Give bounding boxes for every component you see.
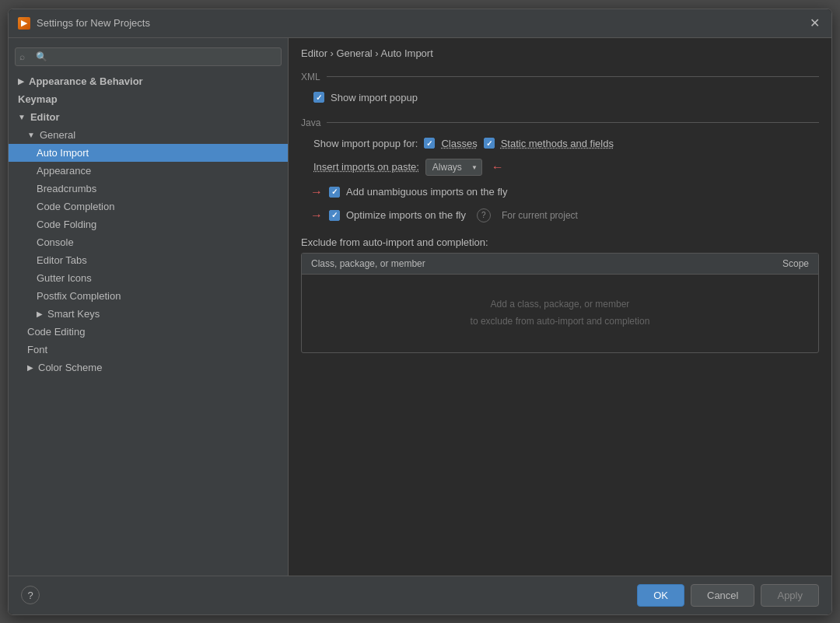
static-checkbox[interactable]: ✓ (484, 138, 495, 149)
exclude-table-body: Add a class, package, or member to exclu… (302, 275, 818, 352)
classes-label: Classes (441, 138, 477, 149)
sidebar-item-gutter-icons[interactable]: Gutter Icons (9, 269, 288, 287)
add-unambiguous-checkbox[interactable]: ✓ (329, 187, 340, 198)
main-content: Editor › General › Auto Import XML ✓ Sho… (289, 38, 831, 576)
sidebar-item-auto-import[interactable]: Auto Import (9, 144, 288, 162)
sidebar-item-editor-tabs[interactable]: Editor Tabs (9, 251, 288, 269)
ok-button[interactable]: OK (637, 584, 684, 607)
hint-icon: ? (477, 208, 491, 222)
help-button[interactable]: ? (21, 586, 40, 604)
classes-checkbox[interactable]: ✓ (424, 138, 435, 149)
sidebar-item-editor[interactable]: ▼ Editor (9, 108, 288, 126)
sidebar-item-code-completion[interactable]: Code Completion (9, 198, 288, 215)
insert-imports-dropdown[interactable]: Always Ask Never (425, 159, 482, 176)
xml-show-import-popup-label: Show import popup (331, 92, 418, 103)
footer-left: ? (21, 586, 40, 604)
app-icon: ▶ (18, 17, 30, 30)
sidebar-item-color-scheme[interactable]: ▶ Color Scheme (9, 359, 288, 376)
optimize-imports-row: → ✓ Optimize imports on the fly ? For cu… (307, 204, 819, 227)
sidebar-item-general[interactable]: ▼ General (9, 126, 288, 144)
content-area: XML ✓ Show import popup Java Show import… (289, 65, 831, 576)
add-unambiguous-row: → ✓ Add unambiguous imports on the fly (307, 180, 819, 204)
static-label: Static methods and fields (501, 138, 614, 149)
sidebar-item-appearance-behavior[interactable]: ▶ Appearance & Behavior (9, 72, 288, 90)
dialog-footer: ? OK Cancel Apply (9, 576, 831, 614)
title-bar-left: ▶ Settings for New Projects (18, 17, 150, 30)
col-scope-header: Scope (747, 258, 809, 269)
sidebar-item-postfix-completion[interactable]: Postfix Completion (9, 287, 288, 305)
exclude-label: Exclude from auto-import and completion: (301, 236, 819, 248)
settings-dialog: ▶ Settings for New Projects ✕ ⌕ ▶ Appear… (8, 9, 832, 615)
sidebar-item-code-folding[interactable]: Code Folding (9, 215, 288, 233)
optimize-imports-label: Optimize imports on the fly (346, 209, 466, 221)
apply-button[interactable]: Apply (761, 584, 819, 607)
dialog-body: ⌕ ▶ Appearance & Behavior Keymap ▼ Edito… (9, 38, 831, 576)
sidebar-item-smart-keys[interactable]: ▶ Smart Keys (9, 305, 288, 323)
expand-icon: ▶ (37, 310, 43, 318)
xml-show-import-popup-checkbox[interactable]: ✓ (313, 92, 324, 103)
footer-right: OK Cancel Apply (637, 584, 819, 607)
exclude-empty-line1: Add a class, package, or member (491, 296, 630, 313)
xml-section-title: XML (301, 72, 819, 82)
expand-icon: ▶ (18, 77, 24, 86)
java-show-import-popup-label: Show import popup for: (313, 138, 418, 149)
close-button[interactable]: ✕ (807, 16, 822, 31)
sidebar: ⌕ ▶ Appearance & Behavior Keymap ▼ Edito… (9, 38, 289, 576)
sidebar-item-breadcrumbs[interactable]: Breadcrumbs (9, 180, 288, 198)
search-box: ⌕ (15, 47, 282, 66)
java-show-import-popup-row: Show import popup for: ✓ Classes ✓ Stati… (301, 133, 819, 154)
expand-icon: ▶ (27, 363, 33, 372)
java-section-title: Java (301, 117, 819, 128)
exclude-section: Exclude from auto-import and completion:… (301, 236, 819, 353)
exclude-table: Class, package, or member Scope Add a cl… (301, 253, 819, 353)
insert-imports-label: Insert imports on paste: (313, 161, 419, 173)
optimize-hint: For current project (502, 210, 578, 221)
insert-imports-row: Insert imports on paste: Always Ask Neve… (301, 154, 819, 180)
dialog-title: Settings for New Projects (37, 17, 150, 29)
search-icon: ⌕ (19, 51, 25, 62)
exclude-empty-line2: to exclude from auto-import and completi… (471, 313, 650, 331)
col-class-header: Class, package, or member (311, 258, 747, 269)
sidebar-item-keymap[interactable]: Keymap (9, 90, 288, 108)
cancel-button[interactable]: Cancel (691, 584, 754, 607)
insert-imports-dropdown-wrap: Always Ask Never (425, 159, 482, 176)
add-unambiguous-label: Add unambiguous imports on the fly (346, 186, 507, 198)
sidebar-item-appearance[interactable]: Appearance (9, 162, 288, 180)
xml-show-import-popup-row: ✓ Show import popup (301, 87, 819, 108)
arrow-unambiguous-indicator: → (310, 185, 323, 199)
breadcrumb: Editor › General › Auto Import (289, 38, 831, 65)
title-bar: ▶ Settings for New Projects ✕ (9, 9, 831, 38)
sidebar-item-code-editing[interactable]: Code Editing (9, 323, 288, 341)
arrow-paste-indicator: ← (492, 160, 504, 174)
sidebar-item-console[interactable]: Console (9, 233, 288, 251)
search-input[interactable] (15, 47, 282, 66)
sidebar-item-font[interactable]: Font (9, 341, 288, 359)
arrow-optimize-indicator: → (310, 208, 323, 222)
expand-icon: ▼ (18, 113, 26, 121)
expand-icon: ▼ (27, 131, 35, 139)
exclude-table-header: Class, package, or member Scope (302, 254, 818, 275)
optimize-imports-checkbox[interactable]: ✓ (329, 210, 340, 221)
